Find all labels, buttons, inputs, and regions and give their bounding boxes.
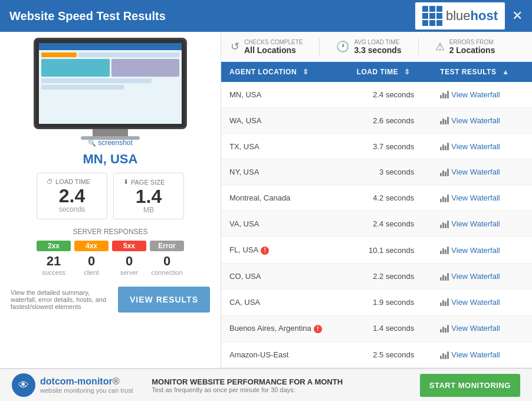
- cell-load-time: 2.4 seconds: [349, 82, 432, 107]
- response-badge: 2xx: [37, 241, 71, 251]
- footer: 👁 dotcom-monitor® website monitoring you…: [0, 368, 532, 401]
- cell-location: CA, USA: [221, 290, 349, 315]
- cell-location: FL, USA!: [221, 237, 349, 264]
- avg-label: AVG LOAD TIME: [354, 39, 401, 45]
- col-location[interactable]: AGENT LOCATION ⇕: [221, 62, 349, 82]
- view-waterfall-link[interactable]: View Waterfall: [440, 324, 524, 333]
- bluehost-grid-icon: [422, 6, 442, 26]
- bar-chart-icon: [440, 142, 449, 150]
- table-row: CA, USA1.9 seconds View Waterfall: [221, 290, 532, 315]
- page-size-value: 1.4: [123, 187, 174, 206]
- view-results-button[interactable]: VIEW RESULTS: [118, 287, 210, 313]
- response-col-5xx: 5xx 0 server: [112, 241, 146, 276]
- page-size-box: ⬇ PAGE SIZE 1.4 MB: [113, 173, 184, 219]
- sort-icon-results: ▲: [502, 68, 509, 76]
- view-waterfall-link[interactable]: View Waterfall: [440, 193, 524, 202]
- response-count: 21: [37, 254, 71, 269]
- screenshot-link[interactable]: screenshot: [88, 139, 133, 147]
- view-waterfall-link[interactable]: View Waterfall: [440, 246, 524, 255]
- promo-subtitle: Test as frequently as once per minute fo…: [152, 386, 408, 393]
- response-badge: Error: [150, 241, 184, 251]
- response-count: 0: [150, 254, 184, 269]
- errors-item: ⚠ ERRORS FROM 2 Locations: [435, 39, 495, 55]
- start-monitoring-button[interactable]: START MONITORING: [420, 374, 520, 397]
- table-row: Amazon-US-East2.5 seconds View Waterfall: [221, 342, 532, 368]
- cell-results: View Waterfall: [432, 264, 532, 290]
- error-indicator: !: [261, 246, 269, 255]
- cell-load-time: 4.2 seconds: [349, 185, 432, 211]
- sort-icon-location: ⇕: [303, 68, 309, 76]
- avg-load-item: 🕐 AVG LOAD TIME 3.3 seconds: [336, 39, 401, 55]
- cell-load-time: 2.4 seconds: [349, 211, 432, 237]
- results-table: AGENT LOCATION ⇕ LOAD TIME ⇕ TEST RESULT…: [221, 62, 532, 368]
- cell-location: TX, USA: [221, 133, 349, 159]
- response-label: client: [74, 269, 109, 276]
- bottom-row: View the detailed summary, waterfall, er…: [6, 287, 215, 313]
- cell-load-time: 2.5 seconds: [349, 342, 432, 368]
- checks-label: CHECKS COMPLETE: [244, 39, 303, 45]
- errors-label: ERRORS FROM: [449, 39, 495, 45]
- left-panel: screenshot MN, USA ⏱ LOAD TIME 2.4 secon…: [0, 32, 221, 368]
- cell-load-time: 10.1 seconds: [349, 237, 432, 264]
- cell-load-time: 3 seconds: [349, 159, 432, 185]
- view-waterfall-link[interactable]: View Waterfall: [440, 116, 524, 125]
- server-responses-title: SERVER RESPONSES: [73, 228, 147, 236]
- cell-results: View Waterfall: [432, 342, 532, 368]
- close-button[interactable]: ✕: [512, 9, 523, 22]
- cell-load-time: 3.7 seconds: [349, 133, 432, 159]
- header-right: bluehost ✕: [415, 2, 523, 29]
- checks-value: All Locations: [244, 45, 303, 55]
- bluehost-logo: bluehost: [415, 2, 505, 29]
- response-count: 0: [74, 254, 109, 269]
- response-col-error: Error 0 connection: [150, 241, 184, 276]
- checks-complete-item: ↺ CHECKS COMPLETE All Locations: [231, 39, 303, 55]
- page-size-unit: MB: [123, 206, 174, 214]
- cell-results: View Waterfall: [432, 211, 532, 237]
- table-row: MN, USA2.4 seconds View Waterfall: [221, 82, 532, 107]
- errors-value: 2 Locations: [449, 45, 495, 55]
- table-row: FL, USA!10.1 seconds View Waterfall: [221, 237, 532, 264]
- view-waterfall-link[interactable]: View Waterfall: [440, 298, 524, 307]
- bar-chart-icon: [440, 324, 449, 333]
- selected-location: MN, USA: [83, 152, 138, 167]
- view-waterfall-link[interactable]: View Waterfall: [440, 219, 524, 228]
- view-waterfall-link[interactable]: View Waterfall: [440, 167, 524, 176]
- response-count: 0: [112, 254, 146, 269]
- main-content: screenshot MN, USA ⏱ LOAD TIME 2.4 secon…: [0, 32, 532, 368]
- clock-icon: 🕐: [336, 40, 349, 53]
- eye-icon: 👁: [18, 379, 29, 392]
- bar-chart-icon: [440, 351, 449, 359]
- dotcom-icon: 👁: [12, 373, 35, 397]
- promo-block: MONITOR WEBSITE PERFORMANCE FOR A MONTH …: [140, 377, 420, 393]
- col-load-time[interactable]: LOAD TIME ⇕: [349, 62, 432, 82]
- view-results-description: View the detailed summary, waterfall, er…: [11, 289, 112, 310]
- cell-load-time: 1.9 seconds: [349, 290, 432, 315]
- cell-load-time: 1.4 seconds: [349, 315, 432, 341]
- error-indicator: !: [314, 325, 322, 333]
- cell-results: View Waterfall: [432, 237, 532, 264]
- view-waterfall-link[interactable]: View Waterfall: [440, 90, 524, 99]
- cell-location: VA, USA: [221, 211, 349, 237]
- response-badge: 5xx: [112, 241, 146, 251]
- cell-results: View Waterfall: [432, 290, 532, 315]
- cell-location: NY, USA: [221, 159, 349, 185]
- cell-results: View Waterfall: [432, 185, 532, 211]
- load-time-box: ⏱ LOAD TIME 2.4 seconds: [37, 173, 107, 219]
- view-waterfall-link[interactable]: View Waterfall: [440, 272, 524, 281]
- checks-bar: ↺ CHECKS COMPLETE All Locations 🕐 AVG LO…: [221, 32, 532, 62]
- col-results[interactable]: TEST RESULTS ▲: [432, 62, 532, 82]
- divider-2: [418, 38, 419, 55]
- monitor-illustration: [34, 38, 187, 135]
- dotcom-text: dotcom-monitor® website monitoring you c…: [40, 376, 133, 394]
- bar-chart-icon: [440, 272, 449, 281]
- response-label: server: [112, 269, 146, 276]
- view-waterfall-link[interactable]: View Waterfall: [440, 142, 524, 151]
- avg-value: 3.3 seconds: [354, 45, 401, 55]
- clock-icon: ⏱: [47, 178, 53, 185]
- table-row: NY, USA3 seconds View Waterfall: [221, 159, 532, 185]
- table-row: CO, USA2.2 seconds View Waterfall: [221, 264, 532, 290]
- view-waterfall-link[interactable]: View Waterfall: [440, 350, 524, 359]
- table-row: WA, USA2.6 seconds View Waterfall: [221, 107, 532, 133]
- table-row: VA, USA2.4 seconds View Waterfall: [221, 211, 532, 237]
- stats-row: ⏱ LOAD TIME 2.4 seconds ⬇ PAGE SIZE 1.4 …: [6, 173, 215, 219]
